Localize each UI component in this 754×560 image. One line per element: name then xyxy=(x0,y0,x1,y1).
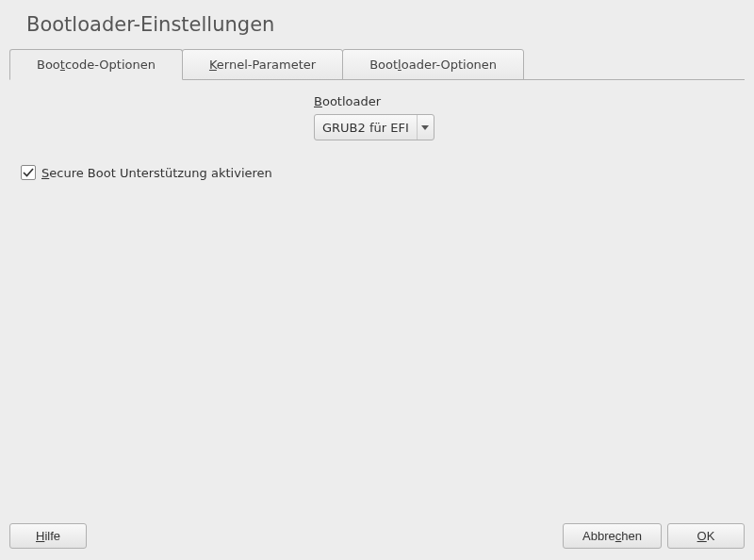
tab-kernel-parameter[interactable]: Kernel-Parameter xyxy=(182,49,343,80)
tab-label: Bootloader-Optionen xyxy=(369,58,497,72)
dropdown-value: GRUB2 für EFI xyxy=(315,116,417,140)
help-button[interactable]: Hilfe xyxy=(9,523,87,549)
tab-content: Bootloader GRUB2 für EFI Secure Boot Unt… xyxy=(0,81,754,193)
tab-bootcode-optionen[interactable]: Bootcode-Optionen xyxy=(9,49,183,80)
bootloader-label: Bootloader xyxy=(314,94,381,108)
cancel-button[interactable]: Abbrechen xyxy=(563,523,662,549)
chevron-down-icon xyxy=(417,115,434,140)
tab-label: Bootcode-Optionen xyxy=(37,58,156,72)
tab-bootloader-optionen[interactable]: Bootloader-Optionen xyxy=(342,49,524,80)
ok-button[interactable]: OK xyxy=(667,523,745,549)
button-bar: Hilfe Abbrechen OK xyxy=(9,523,745,549)
tab-bar: Bootcode-Optionen Kernel-Parameter Bootl… xyxy=(9,49,754,80)
page-title: Bootloader-Einstellungen xyxy=(0,0,754,49)
secure-boot-label[interactable]: Secure Boot Unterstützung aktivieren xyxy=(41,166,272,180)
tab-label: Kernel-Parameter xyxy=(209,58,316,72)
secure-boot-checkbox[interactable] xyxy=(21,165,36,180)
bootloader-dropdown[interactable]: GRUB2 für EFI xyxy=(314,114,434,140)
